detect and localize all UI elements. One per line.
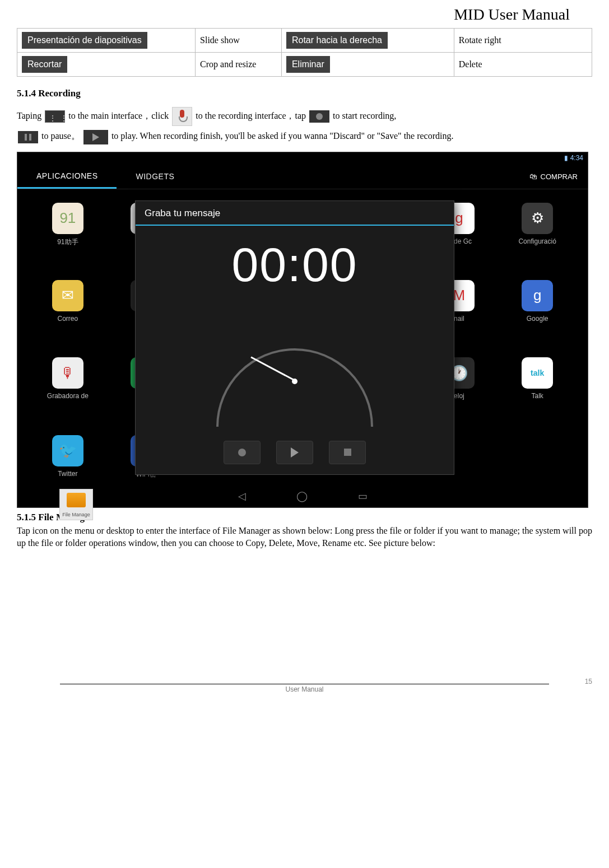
text-frag: to the main interface，click — [68, 111, 171, 120]
app-label: Google — [527, 315, 548, 323]
app-icon: 🎙 — [52, 357, 83, 389]
battery-icon: ▮ — [564, 154, 568, 162]
file-manager-icon — [59, 489, 93, 520]
section-514-heading: 5.1.4 Recording — [17, 88, 592, 99]
status-bar: ▮ 4:34 — [17, 152, 588, 165]
microphone-app-icon — [172, 107, 192, 126]
app-label: Grabadora de — [47, 392, 89, 400]
record-icon — [309, 110, 329, 123]
app-icon: talk — [522, 357, 553, 389]
app-icon: ✉ — [52, 280, 83, 311]
page-number: 15 — [585, 678, 592, 685]
play-icon — [83, 130, 108, 144]
recording-dialog: Graba tu mensaje 00:00 — [135, 200, 454, 475]
menu-translation-table: Presentación de diapositivas Slide show … — [17, 28, 592, 77]
app-label: eloj — [454, 392, 464, 400]
app-91[interactable]: 9191助手 — [29, 203, 107, 269]
app-icon: 🐦 — [52, 435, 83, 466]
delete-button-es: Eliminar — [286, 56, 330, 73]
app-settings[interactable]: ⚙Configuració — [498, 203, 577, 269]
nav-recent-icon[interactable]: ▭ — [358, 490, 368, 502]
app-icon: 91 — [52, 203, 83, 234]
status-time: 4:34 — [570, 154, 583, 162]
rotate-right-button-es: Rotar hacia la derecha — [286, 32, 388, 49]
dialog-record-button[interactable] — [224, 441, 261, 464]
app-label: 91助手 — [57, 237, 78, 247]
crop-button-es: Recortar — [22, 56, 67, 73]
shop-button[interactable]: COMPRAR — [519, 166, 588, 186]
tabs-row: APLICACIONES WIDGETS COMPRAR — [17, 165, 588, 189]
nav-back-icon[interactable]: ◁ — [238, 490, 246, 502]
text-frag: to the recording interface，tap — [196, 111, 306, 120]
crop-label-en: Crop and resize — [196, 53, 282, 77]
app-recorder[interactable]: 🎙Grabadora de — [29, 357, 107, 423]
app-label: Correo — [58, 315, 78, 323]
app-twitter[interactable]: 🐦Twitter — [29, 435, 107, 479]
dialog-timer: 00:00 — [136, 237, 454, 292]
app-correo[interactable]: ✉Correo — [29, 280, 107, 346]
dialog-controls — [136, 441, 454, 464]
tab-widgets[interactable]: WIDGETS — [117, 165, 193, 188]
app-label: Twitter — [58, 470, 77, 478]
app-icon: g — [522, 280, 553, 311]
section-515: 5.1.5 File Manager Tap icon on the menu … — [17, 511, 592, 549]
dialog-play-button[interactable] — [276, 441, 313, 464]
text-frag: to pause。 — [41, 131, 80, 141]
footer-label: User Manual — [17, 685, 592, 693]
text-frag: to play. When recording finish, you'll b… — [111, 131, 454, 141]
rotate-right-label-en: Rotate right — [454, 29, 592, 53]
tab-applications[interactable]: APLICACIONES — [17, 165, 117, 189]
app-label: nail — [454, 315, 464, 323]
text-frag: Taping — [17, 111, 41, 120]
app-label: Configuració — [518, 237, 556, 245]
pause-icon — [18, 131, 38, 143]
app-talk[interactable]: talkTalk — [498, 357, 577, 423]
slideshow-label-en: Slide show — [196, 29, 282, 53]
delete-label-en: Delete — [454, 53, 592, 77]
footer-divider — [60, 684, 549, 684]
android-navbar: ◁ ◯ ▭ — [17, 485, 588, 507]
section-515-body: Tap icon on the menu or desktop to enter… — [17, 525, 592, 549]
app-label: Talk — [531, 392, 543, 400]
page-header-title: MID User Manual — [17, 6, 570, 24]
android-recording-screenshot: ▮ 4:34 APLICACIONES WIDGETS COMPRAR 9191… — [17, 152, 588, 508]
apps-grid-icon — [45, 110, 65, 123]
dialog-title: Graba tu mensaje — [136, 201, 454, 226]
nav-home-icon[interactable]: ◯ — [296, 490, 308, 502]
text-frag: to start recording, — [333, 111, 396, 120]
vu-meter — [169, 309, 420, 382]
app-icon: ⚙ — [522, 203, 553, 234]
app-google[interactable]: gGoogle — [498, 280, 577, 346]
slideshow-button-es: Presentación de diapositivas — [22, 32, 147, 49]
recording-instructions-para: Taping to the main interface，click to th… — [17, 106, 592, 146]
dialog-stop-button[interactable] — [329, 441, 366, 464]
